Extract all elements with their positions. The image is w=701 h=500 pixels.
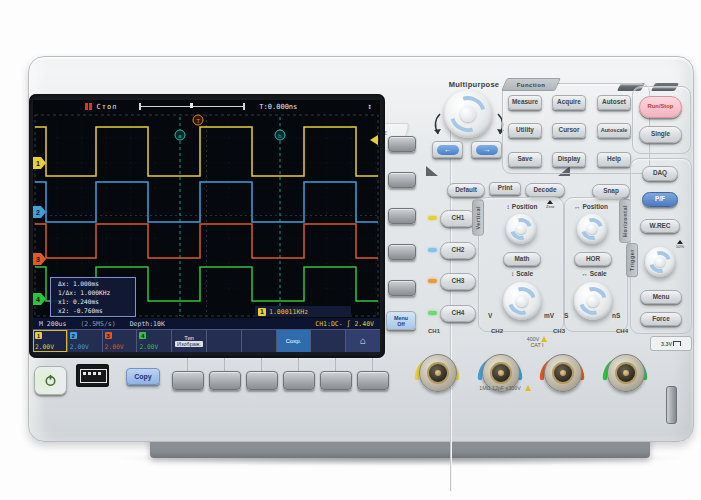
softkey-right-4[interactable] — [388, 244, 416, 260]
vertical-position-knob[interactable] — [506, 214, 536, 244]
left-arrow-icon: ← — [444, 146, 452, 154]
ch1-led — [428, 216, 437, 220]
horizontal-position-knob[interactable] — [577, 214, 607, 244]
ch4-badge: 4 — [139, 332, 146, 339]
volt-unit-label: V — [488, 312, 492, 319]
trigger-level-marker: 50% — [676, 240, 684, 249]
softkey-right-5[interactable] — [388, 280, 416, 296]
ch2-led — [428, 248, 437, 252]
display-button[interactable]: Display — [552, 152, 586, 167]
ch2-scale: 2.00V — [70, 343, 89, 350]
horizontal-scale-axis-icon: ↔ — [581, 270, 588, 277]
vertical-axis-icon: ↕ — [507, 203, 510, 210]
single-button[interactable]: Single — [639, 126, 682, 143]
ch3-scale: 2.00V — [105, 343, 124, 350]
menu-empty-cell-1 — [207, 330, 241, 352]
print-button[interactable]: Print — [489, 182, 521, 195]
copy-button[interactable]: Copy — [126, 368, 160, 385]
right-arrow-icon: → — [483, 146, 491, 154]
menu-off-button[interactable]: Menu Off — [386, 311, 416, 330]
softkey-right-3[interactable] — [388, 208, 416, 224]
softkey-stem-2 — [224, 358, 225, 371]
pass-fail-button[interactable]: P/F — [642, 192, 678, 207]
screen-bezel: Стоп T:0.000ns ↕ — [29, 94, 385, 358]
cursor-readout: Δx: 1.000ms 1/Δx: 1.000KHz x1: 0.240ms x… — [50, 277, 136, 317]
autoset-button[interactable]: Autoset — [597, 95, 631, 110]
spec-warning-icon — [525, 385, 531, 391]
ch3-badge: 3 — [105, 332, 112, 339]
ch1-button[interactable]: CH1 — [440, 210, 476, 227]
power-button[interactable] — [34, 366, 67, 395]
softkey-right-2[interactable] — [388, 172, 416, 188]
horizontal-scale-knob[interactable] — [574, 282, 612, 320]
warning-cat: CAT I — [530, 342, 543, 348]
math-button[interactable]: Math — [503, 252, 541, 266]
menu-save-cell[interactable]: Сохр. — [277, 330, 311, 352]
snap-button[interactable]: Snap — [592, 184, 630, 198]
probe-comp-terminal — [666, 386, 677, 424]
trigger-menu-button[interactable]: Menu — [640, 290, 682, 304]
softkey-bottom-1[interactable] — [172, 371, 204, 390]
ch3-led — [428, 279, 437, 283]
help-button[interactable]: Help — [597, 152, 631, 167]
navigate-right-button[interactable]: → — [471, 141, 502, 158]
nanoseconds-unit-label: nS — [612, 312, 620, 319]
acquisition-state: Стоп — [97, 103, 118, 111]
knob-rotation-arrows — [430, 112, 508, 142]
channel2-cell[interactable]: 2 2.00V — [68, 330, 102, 352]
waveform-record-button[interactable]: W.REC — [640, 219, 680, 233]
run-stop-button[interactable]: Run/Stop — [639, 96, 682, 118]
menu-empty-cell-2 — [242, 330, 276, 352]
force-button[interactable]: Force — [640, 312, 682, 326]
acquire-button[interactable]: Acquire — [552, 95, 586, 110]
ch4-button[interactable]: CH4 — [440, 305, 476, 322]
trigger-level-knob[interactable] — [645, 247, 675, 277]
sample-rate: (2.5MS/s) — [80, 320, 115, 328]
trigger-readout: CH1:DC- ∫ 2.40V — [315, 320, 374, 328]
default-button[interactable]: Default — [447, 183, 485, 197]
menu-off-line2: Off — [397, 321, 405, 327]
menu-type-cell[interactable]: Тип Изображ. — [172, 330, 206, 352]
measure-button[interactable]: Measure — [508, 95, 542, 110]
softkey-right-1[interactable] — [388, 136, 416, 152]
ch2-ground-num: 2 — [36, 209, 40, 216]
frequency-counter: 1 1.00011KHz — [255, 306, 351, 317]
ch4-scale: 2.00V — [139, 343, 158, 350]
decode-button[interactable]: Decode — [525, 183, 565, 197]
ch2-button[interactable]: CH2 — [440, 242, 476, 259]
bnc-ch4-label: CH4 — [616, 328, 628, 334]
daq-button[interactable]: DAQ — [642, 166, 678, 181]
hor-button[interactable]: HOR — [574, 252, 612, 266]
save-button[interactable]: Save — [508, 152, 542, 167]
channel1-cell[interactable]: 1 2.00V — [33, 330, 67, 352]
autoscale-button[interactable]: Autoscale — [597, 123, 631, 138]
softkey-bottom-5[interactable] — [320, 371, 352, 390]
home-icon: ⌂ — [360, 336, 366, 346]
bnc-ch3-label: CH3 — [553, 328, 565, 334]
ch3-button[interactable]: CH3 — [440, 273, 476, 290]
softkey-bottom-4[interactable] — [283, 371, 315, 390]
ch4-ground-num: 4 — [36, 296, 40, 303]
copy-label: Copy — [134, 373, 152, 380]
softkey-bottom-3[interactable] — [246, 371, 278, 390]
readout-x2: x2: -0.760ms — [58, 306, 135, 315]
channel3-cell[interactable]: 3 2.00V — [103, 330, 137, 352]
utility-button[interactable]: Utility — [508, 123, 542, 138]
input-warning: 400V CAT I — [522, 336, 552, 348]
horizontal-axis-icon: ↔ — [574, 203, 581, 210]
square-wave-icon — [673, 341, 681, 346]
navigate-left-button[interactable]: ← — [432, 141, 463, 158]
menu-home-cell[interactable]: ⌂ — [346, 330, 380, 352]
softkey-bottom-2[interactable] — [209, 371, 241, 390]
memory-depth: Depth:10K — [130, 320, 165, 328]
freq-channel-badge: 1 — [258, 308, 266, 316]
readout-x1: x1: 0.240ms — [58, 297, 135, 306]
cursor-button[interactable]: Cursor — [552, 123, 586, 138]
freq-value: 1.00011KHz — [269, 308, 308, 316]
softkey-bottom-6[interactable] — [357, 371, 389, 390]
vertical-scale-knob[interactable] — [503, 282, 541, 320]
channel4-cell[interactable]: 4 2.00V — [137, 330, 171, 352]
function-section-tab: Function — [501, 78, 561, 91]
vertical-scale-axis-icon: ↕ — [511, 270, 514, 277]
softkey-stem-4 — [298, 358, 299, 371]
